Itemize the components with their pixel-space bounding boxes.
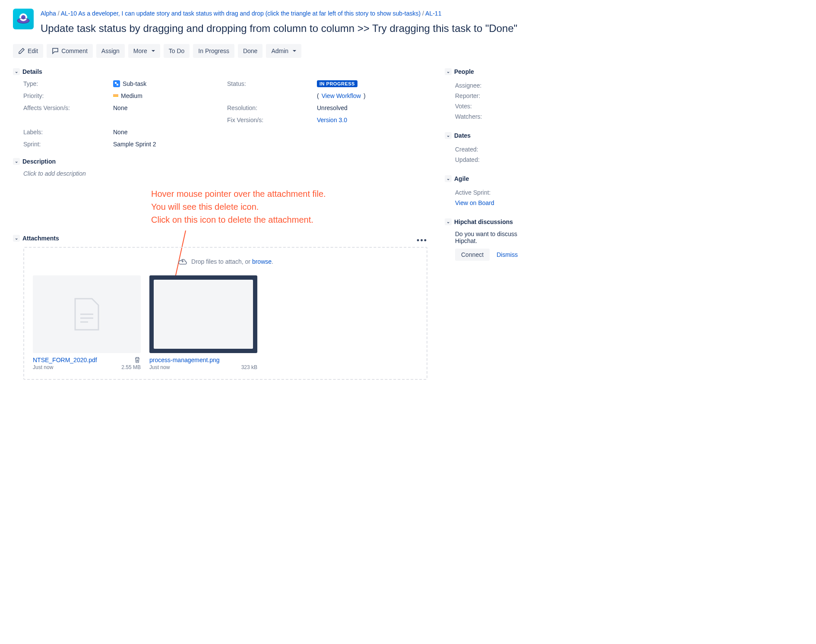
created-label: Created: [445, 144, 531, 155]
fixversion-link[interactable]: Version 3.0 [317, 117, 347, 123]
hipchat-heading: Hipchat discussions [454, 218, 513, 225]
status-badge: IN PROGRESS [317, 80, 357, 87]
edit-button-label: Edit [28, 47, 38, 54]
annotation-text: Hover mouse pointer over the attachment … [151, 187, 427, 226]
fixversion-label: Fix Version/s: [227, 117, 313, 123]
ufo-icon [16, 11, 31, 27]
reporter-label: Reporter: [445, 91, 531, 101]
agile-section-header[interactable]: ⌄ Agile [445, 175, 531, 182]
attachment-thumbnail[interactable] [149, 275, 257, 353]
drop-hint-text: Drop files to attach, or browse. [191, 258, 273, 265]
attachment-name[interactable]: process-management.png [149, 357, 257, 363]
description-section-header[interactable]: ⌄ Description [13, 158, 427, 165]
attachments-section: ⌄ Attachments ••• Drop files to attach, … [13, 235, 427, 380]
comment-icon [52, 47, 59, 54]
pencil-icon [18, 47, 25, 54]
browse-link[interactable]: browse [252, 258, 272, 265]
breadcrumb-issue-key[interactable]: AL-11 [425, 10, 441, 17]
chevron-down-icon: ⌄ [445, 218, 452, 225]
edit-button[interactable]: Edit [13, 44, 43, 58]
attachments-heading: Attachments [22, 235, 59, 242]
breadcrumb-parent[interactable]: AL-10 As a developer, I can update story… [61, 10, 421, 17]
affects-label: Affects Version/s: [23, 104, 110, 111]
watchers-label: Watchers: [445, 111, 531, 122]
dates-section: ⌄ Dates Created: Updated: [445, 132, 531, 165]
admin-button[interactable]: Admin [266, 44, 301, 58]
attachment-name[interactable]: NTSE_FORM_2020.pdf [33, 357, 131, 363]
attachment-card[interactable]: process-management.png Just now 323 kB [149, 275, 257, 370]
svg-rect-5 [117, 84, 118, 85]
hipchat-connect-button[interactable]: Connect [455, 249, 490, 261]
dates-heading: Dates [454, 132, 471, 139]
document-icon [67, 295, 106, 334]
people-section-header[interactable]: ⌄ People [445, 68, 531, 75]
attachment-time: Just now [33, 364, 53, 370]
sprint-value: Sample Sprint 2 [113, 141, 224, 148]
cloud-upload-icon [177, 256, 188, 267]
description-placeholder[interactable]: Click to add description [13, 170, 427, 177]
svg-rect-4 [115, 82, 117, 84]
priority-value: Medium [113, 92, 224, 99]
hipchat-text: Do you want to discuss Hipchat. [445, 230, 531, 244]
chevron-down-icon: ⌄ [13, 235, 20, 242]
attachments-more-icon[interactable]: ••• [417, 236, 427, 245]
page-title: Update task status by dragging and dropp… [41, 22, 803, 35]
comment-button[interactable]: Comment [47, 44, 93, 58]
updated-label: Updated: [445, 155, 531, 165]
subtask-icon [113, 80, 120, 87]
view-workflow-link[interactable]: View Workflow [322, 92, 361, 99]
chevron-down-icon: ⌄ [445, 175, 452, 182]
type-label: Type: [23, 80, 110, 87]
resolution-label: Resolution: [227, 104, 313, 111]
attachment-time: Just now [149, 364, 170, 370]
description-heading: Description [22, 158, 56, 165]
agile-section: ⌄ Agile Active Sprint: View on Board [445, 175, 531, 208]
attachment-size: 323 kB [241, 364, 257, 370]
issue-toolbar: Edit Comment Assign More To Do In Progre… [13, 44, 803, 58]
resolution-value: Unresolved [317, 104, 427, 111]
breadcrumb-project[interactable]: Alpha [41, 10, 56, 17]
hipchat-section-header[interactable]: ⌄ Hipchat discussions [445, 218, 531, 225]
labels-label: Labels: [23, 129, 110, 136]
more-button[interactable]: More [128, 44, 160, 58]
type-value: Sub-task [113, 80, 224, 87]
status-todo-button[interactable]: To Do [164, 44, 190, 58]
details-section-header[interactable]: ⌄ Details [13, 68, 427, 75]
attachment-card[interactable]: NTSE_FORM_2020.pdf Just now 2.55 MB [33, 275, 141, 370]
agile-heading: Agile [454, 175, 469, 182]
chevron-down-icon: ⌄ [13, 68, 20, 75]
attachment-thumbnail[interactable] [33, 275, 141, 353]
people-heading: People [454, 68, 474, 75]
assignee-label: Assignee: [445, 80, 531, 91]
project-avatar[interactable] [13, 9, 34, 29]
chevron-down-icon: ⌄ [445, 132, 452, 139]
sprint-label: Sprint: [23, 141, 110, 148]
status-value: IN PROGRESS [317, 80, 427, 87]
attachments-dropzone[interactable]: Drop files to attach, or browse. NTSE_FO… [23, 247, 427, 380]
status-label: Status: [227, 80, 313, 87]
labels-value: None [113, 129, 224, 136]
breadcrumb: Alpha / AL-10 As a developer, I can upda… [41, 9, 803, 18]
hipchat-dismiss-link[interactable]: Dismiss [497, 251, 518, 258]
votes-label: Votes: [445, 101, 531, 111]
status-done-button[interactable]: Done [238, 44, 263, 58]
trash-icon[interactable] [134, 357, 141, 363]
active-sprint-label: Active Sprint: [445, 187, 531, 198]
assign-button[interactable]: Assign [96, 44, 125, 58]
description-section: ⌄ Description Click to add description [13, 158, 427, 177]
people-section: ⌄ People Assignee: Reporter: Votes: Watc… [445, 68, 531, 122]
details-section: ⌄ Details Type: Sub-task Status: IN PROG… [13, 68, 427, 148]
priority-medium-icon [113, 95, 118, 97]
comment-button-label: Comment [61, 47, 88, 54]
chevron-down-icon: ⌄ [445, 68, 452, 75]
attachments-section-header[interactable]: ⌄ Attachments [13, 235, 59, 242]
status-inprogress-button[interactable]: In Progress [193, 44, 234, 58]
chevron-down-icon: ⌄ [13, 158, 20, 165]
hipchat-section: ⌄ Hipchat discussions Do you want to dis… [445, 218, 531, 261]
attachment-size: 2.55 MB [121, 364, 141, 370]
priority-label: Priority: [23, 92, 110, 99]
affects-value: None [113, 104, 224, 111]
dates-section-header[interactable]: ⌄ Dates [445, 132, 531, 139]
details-heading: Details [22, 68, 42, 75]
view-on-board-link[interactable]: View on Board [455, 199, 494, 206]
